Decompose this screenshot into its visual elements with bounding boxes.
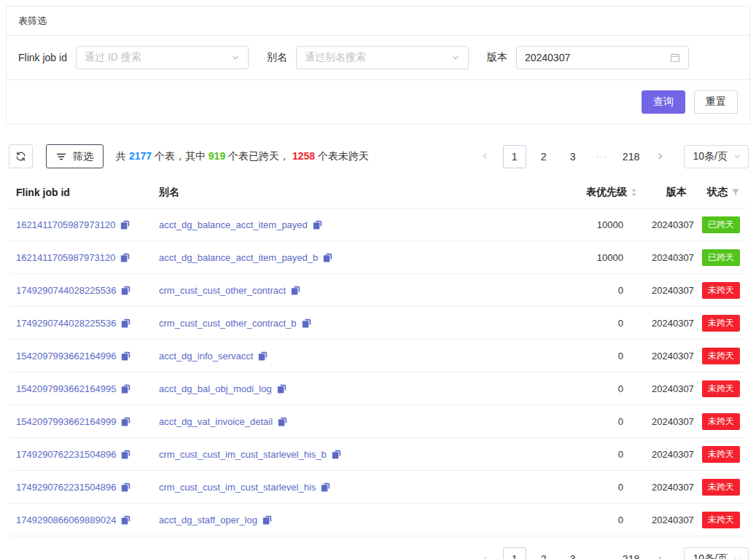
version-date-input[interactable]: 20240307 (516, 46, 689, 69)
filter-toggle-label: 筛选 (73, 150, 93, 163)
alias-link[interactable]: acct_dg_staff_oper_log (159, 515, 257, 525)
flink-job-id-select[interactable]: 通过 ID 搜索 (76, 46, 249, 69)
copy-icon[interactable] (121, 450, 130, 459)
flink-job-id-link[interactable]: 1542097993662164995 (16, 383, 116, 394)
prev-page-button[interactable] (474, 145, 497, 168)
copy-icon[interactable] (121, 384, 130, 394)
copy-icon[interactable] (121, 318, 130, 328)
page-button-2[interactable]: 2 (532, 145, 556, 168)
pagination-bottom: 1 2 3 ··· 218 10条/页 (471, 547, 749, 559)
copy-icon[interactable] (302, 318, 311, 328)
chevron-down-icon (733, 152, 741, 160)
copy-icon[interactable] (120, 253, 130, 262)
sort-carets-icon[interactable] (631, 187, 637, 198)
flink-job-id-link[interactable]: 1749290744028225536 (16, 285, 116, 296)
page-button-1[interactable]: 1 (503, 547, 526, 559)
copy-icon[interactable] (323, 253, 332, 262)
flink-job-id-link[interactable]: 1749290762231504896 (16, 482, 116, 493)
page-size-select[interactable]: 10条/页 (684, 547, 749, 559)
copy-icon[interactable] (121, 286, 130, 295)
alias-placeholder: 通过别名搜索 (305, 51, 366, 64)
status-badge: 已跨天 (702, 249, 740, 266)
column-header-flink-job-id: Flink job id (9, 177, 152, 208)
alias-link[interactable]: acct_dg_info_servacct (159, 351, 253, 361)
flink-job-id-link[interactable]: 1749290762231504896 (16, 449, 116, 460)
page-button-last[interactable]: 218 (620, 145, 643, 168)
alias-link[interactable]: acct_dg_vat_invoice_detail (159, 416, 273, 427)
alias-link[interactable]: crm_cust_cust_other_contract (159, 285, 286, 296)
flink-job-id-link[interactable]: 1542097993662164996 (16, 351, 116, 361)
status-badge: 未跨天 (702, 348, 740, 364)
priority-cell: 0 (515, 372, 644, 405)
alias-link[interactable]: crm_cust_cust_other_contract_b (159, 318, 297, 329)
alias-link[interactable]: crm_cust_cust_im_cust_starlevel_his (159, 482, 316, 493)
flink-job-id-link[interactable]: 1749290744028225536 (16, 318, 116, 329)
total-count: 2177 (129, 150, 152, 162)
filter-funnel-icon[interactable] (731, 188, 740, 197)
page-ellipsis[interactable]: ··· (591, 145, 614, 168)
status-badge: 未跨天 (702, 512, 740, 528)
status-badge: 未跨天 (702, 315, 740, 332)
version-label: 版本 (487, 51, 507, 64)
alias-link[interactable]: acct_dg_balance_acct_item_payed_b (159, 252, 318, 263)
table-row: 1542097993662164999 acct_dg_vat_invoice_… (9, 405, 747, 438)
copy-icon[interactable] (121, 515, 130, 525)
flink-job-id-link[interactable]: 1621411705987973120 (16, 252, 115, 263)
next-page-button[interactable] (649, 547, 672, 559)
copy-icon[interactable] (258, 351, 268, 361)
prev-page-button[interactable] (474, 547, 497, 559)
filter-toggle-button[interactable]: 筛选 (46, 144, 104, 168)
chevron-down-icon (451, 53, 460, 62)
copy-icon[interactable] (313, 220, 322, 230)
copy-icon[interactable] (321, 482, 330, 492)
flink-job-id-link[interactable]: 1749290866069889024 (16, 515, 116, 525)
copy-icon[interactable] (278, 417, 287, 426)
flink-job-id-link[interactable]: 1542097993662164999 (16, 416, 116, 427)
alias-label: 别名 (267, 51, 287, 64)
query-button[interactable]: 查询 (642, 90, 685, 114)
page-button-last[interactable]: 218 (620, 547, 643, 559)
status-badge: 未跨天 (702, 479, 740, 496)
alias-link[interactable]: acct_dg_balance_acct_item_payed (159, 219, 308, 230)
alias-select[interactable]: 通过别名搜索 (296, 46, 469, 69)
filter-actions-row: 查询 重置 (7, 80, 749, 124)
table-header-row: Flink job id 别名 表优先级 版本 状态 (9, 177, 747, 208)
copy-icon[interactable] (277, 384, 287, 394)
copy-icon[interactable] (291, 286, 300, 295)
page-size-value: 10条/页 (693, 150, 728, 163)
column-header-priority[interactable]: 表优先级 (515, 177, 644, 208)
page-button-2[interactable]: 2 (532, 547, 556, 559)
page-button-3[interactable]: 3 (561, 547, 585, 559)
page-size-select[interactable]: 10条/页 (684, 145, 749, 168)
flink-job-id-link[interactable]: 1621411705987973120 (16, 219, 115, 230)
flink-job-id-label: Flink job id (18, 52, 67, 63)
page-button-3[interactable]: 3 (561, 145, 585, 168)
page-button-1[interactable]: 1 (503, 145, 526, 168)
copy-icon[interactable] (121, 482, 130, 492)
version-field: 版本 20240307 (487, 46, 689, 69)
refresh-button[interactable] (9, 144, 33, 168)
page-size-value: 10条/页 (693, 552, 728, 559)
copy-icon[interactable] (262, 515, 272, 525)
page-ellipsis[interactable]: ··· (591, 547, 614, 559)
table-row: 1542097993662164995 acct_dg_bal_obj_modi… (9, 372, 747, 405)
table-filter-card: 表筛选 Flink job id 通过 ID 搜索 别名 通过别名搜索 版本 (6, 6, 750, 125)
chevron-down-icon (231, 53, 240, 62)
version-cell: 20240307 (644, 471, 694, 504)
summary-text: 个表，其中 (152, 150, 209, 162)
next-page-button[interactable] (649, 145, 672, 168)
alias-link[interactable]: acct_dg_bal_obj_modi_log (159, 383, 272, 394)
version-cell: 20240307 (644, 504, 694, 536)
version-cell: 20240307 (644, 307, 694, 340)
version-cell: 20240307 (644, 241, 694, 274)
copy-icon[interactable] (332, 450, 341, 459)
copy-icon[interactable] (120, 220, 130, 230)
copy-icon[interactable] (121, 351, 130, 361)
copy-icon[interactable] (121, 417, 130, 426)
priority-cell: 0 (515, 340, 644, 372)
reset-button[interactable]: 重置 (694, 90, 738, 114)
table-toolbar: 筛选 共 2177 个表，其中 919 个表已跨天， 1258 个表未跨天 1 … (9, 144, 749, 168)
alias-link[interactable]: crm_cust_cust_im_cust_starlevel_his_b (159, 449, 327, 460)
status-badge: 未跨天 (702, 380, 740, 397)
version-cell: 20240307 (644, 208, 694, 241)
